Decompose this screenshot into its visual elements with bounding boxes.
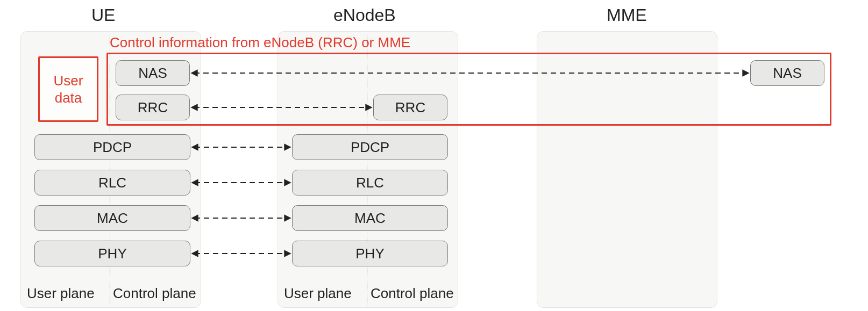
title-ue: UE	[91, 5, 115, 25]
user-data-box: Userdata	[38, 56, 98, 122]
user-data-label: Userdata	[54, 72, 83, 107]
control-info-caption: Control information from eNodeB (RRC) or…	[110, 34, 410, 51]
title-mme: MME	[607, 5, 647, 25]
ue-user-plane-label: User plane	[27, 285, 95, 302]
title-enodeb: eNodeB	[333, 5, 396, 25]
control-info-frame	[106, 53, 831, 126]
ue-rlc-box: RLC	[34, 170, 190, 196]
enb-rlc-box: RLC	[292, 170, 448, 196]
enb-rrc-box: RRC	[373, 95, 447, 120]
ue-nas-box: NAS	[116, 60, 190, 86]
ue-pdcp-box: PDCP	[34, 134, 190, 160]
enb-mac-box: MAC	[292, 205, 448, 231]
ue-mac-box: MAC	[34, 205, 190, 231]
enb-pdcp-box: PDCP	[292, 134, 448, 160]
enb-user-plane-label: User plane	[284, 285, 352, 302]
ue-rrc-box: RRC	[116, 95, 190, 120]
enb-phy-box: PHY	[292, 241, 448, 266]
ue-phy-box: PHY	[34, 241, 190, 266]
enb-control-plane-label: Control plane	[371, 285, 454, 302]
ue-control-plane-label: Control plane	[113, 285, 196, 302]
mme-nas-box: NAS	[750, 60, 824, 86]
